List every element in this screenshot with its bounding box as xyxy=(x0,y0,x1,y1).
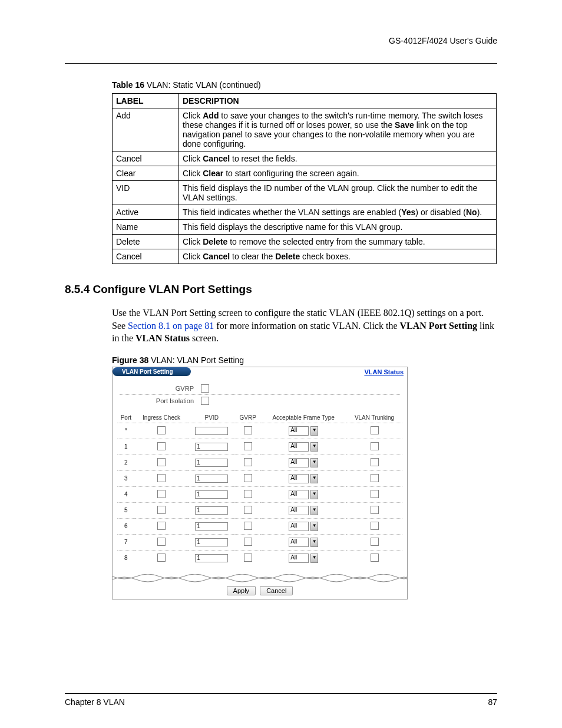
cell-label: Cancel xyxy=(113,151,179,166)
port-cell: * xyxy=(117,423,135,439)
section-heading: 8.5.4 Configure VLAN Port Settings xyxy=(65,283,497,296)
port-cell: 7 xyxy=(117,534,135,550)
ingress-checkbox[interactable] xyxy=(157,426,166,434)
vlan-status-link[interactable]: VLAN Status xyxy=(364,368,404,375)
gvrp-label: GVRP xyxy=(117,385,201,392)
port-isolation-label: Port Isolation xyxy=(117,397,201,404)
col-port: Port xyxy=(117,413,135,423)
torn-edge xyxy=(113,574,407,582)
aft-select[interactable]: All▼ xyxy=(289,506,318,515)
gvrp-checkbox[interactable] xyxy=(244,426,252,434)
pvid-input[interactable] xyxy=(195,554,228,562)
gvrp-checkbox[interactable] xyxy=(244,474,252,482)
cell-description: Click Cancel to clear the Delete check b… xyxy=(179,249,497,264)
th-desc: DESCRIPTION xyxy=(179,94,497,108)
footer: Chapter 8 VLAN 87 xyxy=(65,693,497,707)
trunking-checkbox[interactable] xyxy=(371,474,379,482)
cell-label: Add xyxy=(113,108,179,151)
chevron-down-icon: ▼ xyxy=(310,506,318,515)
gvrp-checkbox[interactable] xyxy=(244,506,252,514)
aft-select[interactable]: All▼ xyxy=(289,490,318,499)
cell-description: Click Cancel to reset the fields. xyxy=(179,151,497,166)
port-row: 2All▼ xyxy=(117,454,402,470)
gvrp-checkbox[interactable] xyxy=(244,442,252,450)
port-cell: 2 xyxy=(117,454,135,470)
cell-description: This field displays the descriptive name… xyxy=(179,220,497,235)
gvrp-checkbox[interactable] xyxy=(244,538,252,546)
port-cell: 5 xyxy=(117,502,135,518)
cell-description: Click Delete to remove the selected entr… xyxy=(179,235,497,249)
ingress-checkbox[interactable] xyxy=(157,474,166,482)
aft-select[interactable]: All▼ xyxy=(289,554,318,563)
cell-description: This field indicates whether the VLAN se… xyxy=(179,205,497,220)
col-trunk: VLAN Trunking xyxy=(346,413,402,423)
ingress-checkbox[interactable] xyxy=(157,442,166,450)
port-cell: 8 xyxy=(117,550,135,566)
header-right: GS-4012F/4024 User's Guide xyxy=(65,36,497,45)
pvid-input[interactable] xyxy=(195,443,228,451)
ingress-checkbox[interactable] xyxy=(157,458,166,466)
table-caption-rest: VLAN: Static VLAN (continued) xyxy=(144,80,261,90)
trunking-checkbox[interactable] xyxy=(371,490,379,498)
col-ingress: Ingress Check xyxy=(135,413,188,423)
cell-description: This field displays the ID number of the… xyxy=(179,181,497,205)
ingress-checkbox[interactable] xyxy=(157,506,166,514)
aft-select[interactable]: All▼ xyxy=(289,522,318,531)
cell-description: Click Add to save your changes to the sw… xyxy=(179,108,497,151)
cancel-button[interactable]: Cancel xyxy=(260,586,293,595)
aft-select[interactable]: All▼ xyxy=(289,458,318,467)
gvrp-checkbox[interactable] xyxy=(244,522,252,530)
trunking-checkbox[interactable] xyxy=(371,506,379,514)
trunking-checkbox[interactable] xyxy=(371,442,379,450)
apply-button[interactable]: Apply xyxy=(227,586,256,595)
aft-select[interactable]: All▼ xyxy=(289,538,318,547)
link-section-ref[interactable]: Section 8.1 on page 81 xyxy=(128,321,214,331)
cell-label: Delete xyxy=(113,235,179,249)
gvrp-checkbox[interactable] xyxy=(244,490,252,498)
gvrp-checkbox[interactable] xyxy=(244,458,252,466)
cell-description: Click Clear to start configuring the scr… xyxy=(179,166,497,181)
ingress-checkbox[interactable] xyxy=(157,554,166,562)
table-row: NameThis field displays the descriptive … xyxy=(113,220,497,235)
trunking-checkbox[interactable] xyxy=(371,538,379,546)
pvid-input[interactable] xyxy=(195,475,228,483)
col-pvid: PVID xyxy=(188,413,235,423)
trunking-checkbox[interactable] xyxy=(371,554,379,562)
panel-title: VLAN Port Setting xyxy=(113,367,191,376)
chevron-down-icon: ▼ xyxy=(310,538,318,547)
table-caption: Table 16 VLAN: Static VLAN (continued) xyxy=(112,80,497,90)
body-paragraph: Use the VLAN Port Setting screen to conf… xyxy=(112,307,495,345)
cell-label: Active xyxy=(113,205,179,220)
ingress-checkbox[interactable] xyxy=(157,538,166,546)
port-row: 6All▼ xyxy=(117,518,402,534)
table-caption-bold: Table 16 xyxy=(112,80,144,90)
pvid-input[interactable] xyxy=(195,490,228,499)
gvrp-checkbox[interactable] xyxy=(244,554,252,562)
aft-select[interactable]: All▼ xyxy=(289,426,318,436)
table-row: AddClick Add to save your changes to the… xyxy=(113,108,497,151)
pvid-input[interactable] xyxy=(195,538,228,546)
table-row: VIDThis field displays the ID number of … xyxy=(113,181,497,205)
chevron-down-icon: ▼ xyxy=(310,442,318,452)
table-row: CancelClick Cancel to reset the fields. xyxy=(113,151,497,166)
trunking-checkbox[interactable] xyxy=(371,522,379,530)
cell-label: Cancel xyxy=(113,249,179,264)
pvid-input[interactable] xyxy=(195,459,228,467)
pvid-input[interactable] xyxy=(195,427,228,435)
aft-select[interactable]: All▼ xyxy=(289,442,318,452)
ingress-checkbox[interactable] xyxy=(157,522,166,530)
port-row: 7All▼ xyxy=(117,534,402,550)
table-row: ActiveThis field indicates whether the V… xyxy=(113,205,497,220)
port-row: 3All▼ xyxy=(117,470,402,486)
port-isolation-checkbox[interactable] xyxy=(201,397,209,405)
port-row: 8All▼ xyxy=(117,550,402,566)
trunking-checkbox[interactable] xyxy=(371,458,379,466)
pvid-input[interactable] xyxy=(195,506,228,515)
chevron-down-icon: ▼ xyxy=(310,554,318,563)
trunking-checkbox[interactable] xyxy=(371,426,379,434)
pvid-input[interactable] xyxy=(195,522,228,531)
gvrp-checkbox[interactable] xyxy=(201,384,209,393)
ingress-checkbox[interactable] xyxy=(157,490,166,498)
aft-select[interactable]: All▼ xyxy=(289,474,318,483)
chevron-down-icon: ▼ xyxy=(310,490,318,499)
